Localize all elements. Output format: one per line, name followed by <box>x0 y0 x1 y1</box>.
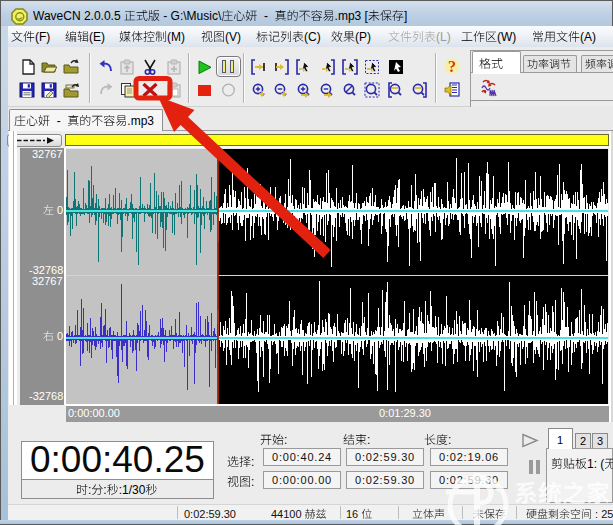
svg-text:32767: 32767 <box>32 275 63 287</box>
svg-text:2: 2 <box>580 435 586 447</box>
svg-text:(F): (F) <box>35 30 50 44</box>
svg-text:1: (: 1: ( <box>587 457 604 471</box>
svg-text:(A): (A) <box>580 30 596 44</box>
svg-text:0:00:40.24: 0:00:40.24 <box>272 451 332 463</box>
svg-text:.mp3 [: .mp3 [ <box>335 9 369 23</box>
svg-text:(V): (V) <box>225 30 241 44</box>
svg-text:?: ? <box>448 58 456 74</box>
svg-text:0:00:40.25: 0:00:40.25 <box>30 439 205 480</box>
svg-text::: : <box>251 475 254 489</box>
svg-text:(E): (E) <box>89 30 105 44</box>
svg-text::1/30: :1/30 <box>119 483 146 497</box>
svg-text:0:00:00.00: 0:00:00.00 <box>68 407 120 419</box>
svg-text:WaveCN 2.0.0.5: WaveCN 2.0.0.5 <box>33 9 124 23</box>
svg-text:- G:\Music\: - G:\Music\ <box>160 9 222 23</box>
svg-text:1: 1 <box>557 434 563 446</box>
svg-text::: : <box>88 483 91 497</box>
svg-text:-: - <box>50 114 67 128</box>
svg-text:44100: 44100 <box>271 508 305 520</box>
svg-text:(L): (L) <box>436 30 451 44</box>
svg-text::: : <box>284 433 287 447</box>
svg-text:0:01:29.30: 0:01:29.30 <box>379 407 431 419</box>
svg-text:3: 3 <box>597 435 603 447</box>
svg-text:(P): (P) <box>355 30 371 44</box>
svg-text:(C): (C) <box>304 30 321 44</box>
svg-text:-32768: -32768 <box>29 390 63 402</box>
svg-text::: : <box>367 433 370 447</box>
svg-text:0:02:59.30: 0:02:59.30 <box>355 451 415 463</box>
svg-text::: : <box>104 483 107 497</box>
svg-text::: : <box>448 433 451 447</box>
svg-text:]: ] <box>404 9 407 23</box>
svg-text:0:02:59.30: 0:02:59.30 <box>184 508 236 520</box>
svg-text::: : <box>251 455 254 469</box>
svg-text:0:02:59.30: 0:02:59.30 <box>355 474 415 486</box>
svg-text:(W): (W) <box>497 30 516 44</box>
svg-text:32767: 32767 <box>32 148 63 160</box>
svg-text:-: - <box>257 9 274 23</box>
svg-text:16: 16 <box>346 508 361 520</box>
svg-text:0: 0 <box>54 204 63 216</box>
svg-text:(M): (M) <box>167 30 185 44</box>
svg-text:0: 0 <box>54 330 63 342</box>
svg-text:0:00:00.00: 0:00:00.00 <box>272 474 332 486</box>
